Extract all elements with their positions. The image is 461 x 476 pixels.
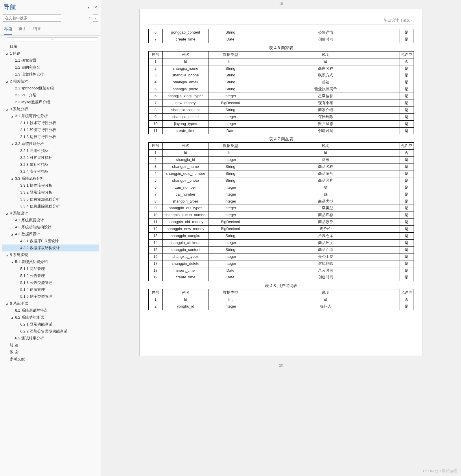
chevron-down-icon[interactable] <box>6 302 10 305</box>
outline-item[interactable]: 4 系统设计 <box>2 210 99 217</box>
outline-item[interactable]: 3.2.4 安全性指标 <box>2 168 99 175</box>
tab-headings[interactable]: 标题 <box>4 24 12 35</box>
dropdown-icon[interactable]: ▾ <box>87 5 89 10</box>
outline-item[interactable]: 1.1 研究背景 <box>2 57 99 64</box>
chevron-down-icon[interactable] <box>11 115 15 118</box>
outline-item[interactable]: 1.3 论文结构安排 <box>2 71 99 78</box>
table-cell: 5 <box>149 86 163 93</box>
chevron-down-icon[interactable] <box>6 212 10 215</box>
outline-item[interactable]: 目录 <box>2 43 99 50</box>
outline-item[interactable]: 4.3.1 数据库E-R图设计 <box>2 238 99 245</box>
table-cell: 逻辑删除 <box>252 113 399 120</box>
table-cell: 联系方式 <box>252 72 399 79</box>
outline-item[interactable]: 4.3.2 数据库表结构设计 <box>2 245 99 251</box>
outline-item[interactable]: 5.1.5 帖子类型管理 <box>2 293 99 300</box>
outline-item[interactable]: 3.1 系统可行性分析 <box>2 113 99 120</box>
outline-item[interactable]: 4.1 系统概要设计 <box>2 217 99 224</box>
table-cell: Integer <box>209 184 252 191</box>
outline-item[interactable]: 3 系统分析 <box>2 106 99 113</box>
outline-label: 1.1 研究背景 <box>15 58 36 63</box>
outline-item[interactable]: 2.2 VUE介绍 <box>2 92 99 99</box>
outline-item[interactable]: 3.3.4 信息删除流程分析 <box>2 203 99 210</box>
chevron-down-icon[interactable] <box>6 253 10 257</box>
chevron-down-icon[interactable] <box>11 260 15 264</box>
outline-item[interactable]: 3.1.1 技术可行性分析 <box>2 120 99 126</box>
table-cell: 10 <box>149 212 163 219</box>
outline-item[interactable]: 2.3 Mysql数据库介绍 <box>2 99 99 106</box>
outline-item[interactable]: 致 谢 <box>2 349 99 356</box>
outline-item[interactable]: 3.2.1 易用性指标 <box>2 147 99 154</box>
close-icon[interactable]: ✕ <box>94 5 97 10</box>
table-46: 序号列名数据类型说明允许空1IdIntid否2shangjia_nameStri… <box>148 51 414 135</box>
outline-item[interactable]: 6.2 系统功能测试 <box>2 314 99 321</box>
outline-item[interactable]: 3.3.3 信息添加流程分析 <box>2 196 99 203</box>
document-area[interactable]: 19 毕业设计（论文） 6gonggao_contentString公告详情是7… <box>101 0 461 476</box>
table-header-cell: 允许空 <box>399 143 414 150</box>
outline-item[interactable]: 5.1.2 公告管理 <box>2 272 99 279</box>
outline-item[interactable]: 3.3.2 登录流程分析 <box>2 189 99 196</box>
table-row: 11create_timeDate创建时间是 <box>149 127 414 134</box>
table-cell: 13 <box>149 233 163 240</box>
outline-item[interactable]: 5.1 管理员功能介绍 <box>2 258 99 265</box>
outline-label: 3.3 系统流程分析 <box>15 176 44 181</box>
outline-item[interactable]: 5.1.4 论坛管理 <box>2 286 99 293</box>
outline-item[interactable]: 6.3 测试结果分析 <box>2 335 99 342</box>
outline-label: 5.1.3 公告类型管理 <box>20 280 52 285</box>
outline-item[interactable]: 参考文献 <box>2 356 99 363</box>
table-cell: 商品类型 <box>252 198 399 205</box>
outline-item[interactable]: 3.2.3 健壮性指标 <box>2 161 99 168</box>
outline-item[interactable]: 3.2.2 可扩展性指标 <box>2 154 99 161</box>
table-row: 11shangpin_old_moneyBigDecimal商品原价是 <box>149 219 414 226</box>
outline-item[interactable]: 5.1.1 商品管理 <box>2 265 99 272</box>
nav-splitter[interactable]: ═ <box>7 37 98 41</box>
outline-item[interactable]: 4.3 数据库设计 <box>2 231 99 238</box>
table-cell: 5 <box>149 177 163 184</box>
chevron-down-icon[interactable] <box>6 80 10 83</box>
outline-item[interactable]: 6.1 系统测试的特点 <box>2 307 99 314</box>
table-cell: 商品名称 <box>252 163 399 170</box>
table-cell: create_time <box>163 36 209 43</box>
outline-item[interactable]: 5 系统实现 <box>2 251 99 258</box>
table-cell: Integer <box>209 93 252 100</box>
table-partial-top: 6gonggao_contentString公告详情是7create_timeD… <box>148 29 414 43</box>
table-cell: 商品热度 <box>252 239 399 246</box>
table-cell: Integer <box>209 303 252 310</box>
outline-item[interactable]: 3.2 系统性能分析 <box>2 140 99 147</box>
outline-item[interactable]: 6 系统测试 <box>2 300 99 307</box>
outline-item[interactable]: 1 绪论 <box>2 50 99 57</box>
search-input[interactable] <box>3 14 61 22</box>
outline-item[interactable]: 5.1.3 公告类型管理 <box>2 279 99 286</box>
outline-item[interactable]: 6.2.1 登录功能测试 <box>2 321 99 328</box>
chevron-down-icon[interactable] <box>6 52 10 55</box>
outline-tree[interactable]: 目录1 绪论1.1 研究背景1.2 目的和意义1.3 论文结构安排2 相关技术2… <box>0 43 101 476</box>
outline-item[interactable]: 2.1 springboot框架介绍 <box>2 85 99 92</box>
table-cell: 是 <box>399 127 414 134</box>
search-options-button[interactable]: ▾ <box>93 14 98 22</box>
table-cell: 2 <box>149 65 163 72</box>
outline-item[interactable]: 结 论 <box>2 342 99 349</box>
outline-item[interactable]: 4.2 系统功能结构设计 <box>2 224 99 231</box>
table-row: 1IdIntid否 <box>149 296 414 303</box>
chevron-down-icon[interactable] <box>11 233 15 236</box>
tab-pages[interactable]: 页面 <box>19 24 27 35</box>
outline-item[interactable]: 3.1.3 运行可行性分析 <box>2 133 99 140</box>
chevron-down-icon[interactable] <box>11 177 15 180</box>
outline-item[interactable]: 3.1.2 经济可行性分析 <box>2 126 99 133</box>
table-cell: shangpin_old_money <box>163 219 209 226</box>
outline-item[interactable]: 6.2.2 添加公告类型功能测试 <box>2 328 99 335</box>
outline-item[interactable]: 2 相关技术 <box>2 78 99 85</box>
table-cell: 创建时间 <box>252 36 399 43</box>
outline-item[interactable]: 1.2 目的和意义 <box>2 64 99 71</box>
table-cell: 是 <box>399 36 414 43</box>
tab-results[interactable]: 结果 <box>33 24 41 35</box>
table-cell: String <box>209 163 252 170</box>
chevron-down-icon[interactable] <box>11 142 15 146</box>
outline-item[interactable]: 3.3 系统流程分析 <box>2 175 99 182</box>
chevron-down-icon[interactable] <box>6 108 10 111</box>
search-icon[interactable]: ⌕ <box>88 16 91 20</box>
outline-item[interactable]: 3.3.1 操作流程分析 <box>2 182 99 189</box>
table-cell: 8 <box>149 198 163 205</box>
outline-label: 4.3.2 数据库表结构设计 <box>20 245 60 251</box>
chevron-down-icon[interactable] <box>11 316 15 319</box>
outline-label: 4.3 数据库设计 <box>15 231 40 237</box>
